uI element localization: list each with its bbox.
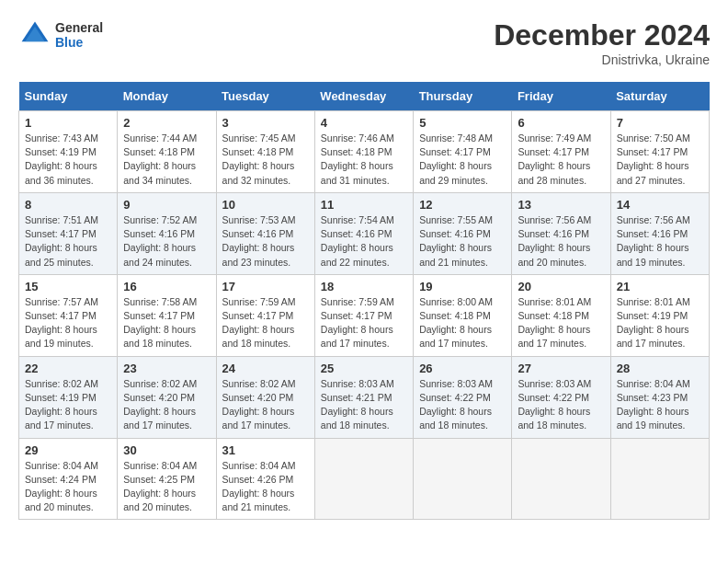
- daylight-label: Daylight: 8 hours and 29 minutes.: [419, 160, 492, 185]
- day-info: Sunrise: 8:04 AM Sunset: 4:25 PM Dayligh…: [123, 459, 210, 515]
- day-number: 25: [321, 362, 407, 375]
- calendar-cell: [314, 438, 413, 520]
- day-number: 24: [222, 362, 309, 375]
- day-number: 17: [222, 280, 309, 293]
- weekday-header-saturday: Saturday: [610, 82, 709, 111]
- day-info: Sunrise: 8:04 AM Sunset: 4:26 PM Dayligh…: [222, 459, 309, 515]
- day-info: Sunrise: 7:52 AM Sunset: 4:16 PM Dayligh…: [123, 213, 210, 270]
- sunset-label: Sunset: 4:17 PM: [25, 310, 97, 321]
- calendar-cell: 14 Sunrise: 7:56 AM Sunset: 4:16 PM Dayl…: [610, 192, 709, 274]
- calendar-cell: 13 Sunrise: 7:56 AM Sunset: 4:16 PM Dayl…: [512, 192, 610, 274]
- day-number: 14: [617, 198, 703, 212]
- sunset-label: Sunset: 4:17 PM: [419, 146, 491, 157]
- daylight-label: Daylight: 8 hours and 17 minutes.: [222, 406, 295, 431]
- day-number: 9: [123, 198, 210, 212]
- day-info: Sunrise: 8:03 AM Sunset: 4:22 PM Dayligh…: [518, 377, 604, 433]
- daylight-label: Daylight: 8 hours and 34 minutes.: [123, 160, 196, 185]
- day-number: 18: [321, 280, 407, 293]
- weekday-header-wednesday: Wednesday: [314, 82, 413, 111]
- calendar-cell: 11 Sunrise: 7:54 AM Sunset: 4:16 PM Dayl…: [314, 192, 413, 274]
- calendar-cell: 12 Sunrise: 7:55 AM Sunset: 4:16 PM Dayl…: [414, 192, 512, 274]
- sunset-label: Sunset: 4:16 PM: [419, 228, 491, 239]
- page-header: General Blue December 2024 Dnistrivka, U…: [18, 18, 710, 67]
- sunrise-label: Sunrise: 8:04 AM: [25, 460, 98, 471]
- sunset-label: Sunset: 4:17 PM: [123, 310, 195, 321]
- sunrise-label: Sunrise: 8:01 AM: [518, 296, 591, 307]
- sunset-label: Sunset: 4:21 PM: [321, 392, 392, 403]
- daylight-label: Daylight: 8 hours and 25 minutes.: [25, 242, 97, 267]
- calendar-cell: 27 Sunrise: 8:03 AM Sunset: 4:22 PM Dayl…: [512, 356, 610, 438]
- sunset-label: Sunset: 4:25 PM: [123, 474, 195, 485]
- calendar-cell: 31 Sunrise: 8:04 AM Sunset: 4:26 PM Dayl…: [216, 438, 314, 520]
- daylight-label: Daylight: 8 hours and 22 minutes.: [321, 242, 393, 267]
- daylight-label: Daylight: 8 hours and 31 minutes.: [321, 160, 393, 185]
- sunrise-label: Sunrise: 7:58 AM: [123, 296, 197, 307]
- sunset-label: Sunset: 4:17 PM: [518, 146, 589, 157]
- calendar-cell: 17 Sunrise: 7:59 AM Sunset: 4:17 PM Dayl…: [216, 274, 314, 356]
- title-block: December 2024 Dnistrivka, Ukraine: [494, 18, 710, 67]
- sunset-label: Sunset: 4:20 PM: [123, 392, 195, 403]
- logo: General Blue: [18, 18, 103, 52]
- calendar-cell: 8 Sunrise: 7:51 AM Sunset: 4:17 PM Dayli…: [19, 192, 118, 274]
- logo-text: General Blue: [55, 20, 103, 50]
- day-info: Sunrise: 7:56 AM Sunset: 4:16 PM Dayligh…: [518, 213, 604, 270]
- day-number: 8: [25, 198, 111, 212]
- day-number: 4: [321, 116, 407, 130]
- daylight-label: Daylight: 8 hours and 21 minutes.: [222, 488, 295, 512]
- day-info: Sunrise: 7:53 AM Sunset: 4:16 PM Dayligh…: [222, 213, 309, 270]
- sunrise-label: Sunrise: 7:44 AM: [123, 132, 197, 144]
- day-info: Sunrise: 7:57 AM Sunset: 4:17 PM Dayligh…: [25, 295, 111, 351]
- daylight-label: Daylight: 8 hours and 17 minutes.: [25, 406, 97, 431]
- calendar-cell: 9 Sunrise: 7:52 AM Sunset: 4:16 PM Dayli…: [118, 192, 216, 274]
- daylight-label: Daylight: 8 hours and 20 minutes.: [123, 488, 196, 512]
- day-info: Sunrise: 7:59 AM Sunset: 4:17 PM Dayligh…: [222, 295, 309, 351]
- calendar-week-1: 1 Sunrise: 7:43 AM Sunset: 4:19 PM Dayli…: [19, 111, 710, 193]
- day-number: 26: [419, 362, 506, 375]
- daylight-label: Daylight: 8 hours and 17 minutes.: [419, 324, 492, 349]
- calendar-cell: 1 Sunrise: 7:43 AM Sunset: 4:19 PM Dayli…: [19, 111, 118, 193]
- sunset-label: Sunset: 4:17 PM: [617, 146, 688, 157]
- calendar-cell: 3 Sunrise: 7:45 AM Sunset: 4:18 PM Dayli…: [216, 111, 314, 193]
- calendar-cell: 5 Sunrise: 7:48 AM Sunset: 4:17 PM Dayli…: [414, 111, 512, 193]
- sunrise-label: Sunrise: 7:56 AM: [617, 214, 690, 225]
- calendar-cell: 18 Sunrise: 7:59 AM Sunset: 4:17 PM Dayl…: [314, 274, 413, 356]
- sunrise-label: Sunrise: 8:02 AM: [222, 378, 296, 389]
- logo-general: General: [55, 20, 103, 35]
- day-info: Sunrise: 8:02 AM Sunset: 4:19 PM Dayligh…: [25, 377, 111, 433]
- sunrise-label: Sunrise: 7:57 AM: [25, 296, 98, 307]
- daylight-label: Daylight: 8 hours and 18 minutes.: [123, 324, 196, 349]
- sunrise-label: Sunrise: 7:50 AM: [617, 132, 690, 144]
- sunrise-label: Sunrise: 8:03 AM: [321, 378, 394, 389]
- sunset-label: Sunset: 4:18 PM: [518, 310, 589, 321]
- day-info: Sunrise: 7:51 AM Sunset: 4:17 PM Dayligh…: [25, 213, 111, 270]
- sunrise-label: Sunrise: 7:46 AM: [321, 132, 394, 144]
- sunset-label: Sunset: 4:18 PM: [123, 146, 195, 157]
- sunrise-label: Sunrise: 7:51 AM: [25, 214, 98, 225]
- calendar-week-2: 8 Sunrise: 7:51 AM Sunset: 4:17 PM Dayli…: [19, 192, 710, 274]
- sunset-label: Sunset: 4:19 PM: [25, 146, 97, 157]
- sunset-label: Sunset: 4:22 PM: [419, 392, 491, 403]
- day-info: Sunrise: 8:04 AM Sunset: 4:24 PM Dayligh…: [25, 459, 111, 515]
- day-number: 30: [123, 443, 210, 457]
- sunset-label: Sunset: 4:26 PM: [222, 474, 294, 485]
- daylight-label: Daylight: 8 hours and 27 minutes.: [617, 160, 689, 185]
- calendar-cell: 22 Sunrise: 8:02 AM Sunset: 4:19 PM Dayl…: [19, 356, 118, 438]
- weekday-header-thursday: Thursday: [414, 82, 512, 111]
- day-number: 12: [419, 198, 506, 212]
- daylight-label: Daylight: 8 hours and 17 minutes.: [518, 324, 590, 349]
- sunrise-label: Sunrise: 7:56 AM: [518, 214, 591, 225]
- day-number: 28: [617, 362, 703, 375]
- sunset-label: Sunset: 4:18 PM: [222, 146, 294, 157]
- day-number: 29: [25, 443, 111, 457]
- logo-blue: Blue: [55, 35, 103, 50]
- calendar-week-5: 29 Sunrise: 8:04 AM Sunset: 4:24 PM Dayl…: [19, 438, 710, 520]
- sunrise-label: Sunrise: 7:53 AM: [222, 214, 296, 225]
- day-number: 10: [222, 198, 309, 212]
- daylight-label: Daylight: 8 hours and 24 minutes.: [123, 242, 196, 267]
- sunset-label: Sunset: 4:16 PM: [123, 228, 195, 239]
- sunset-label: Sunset: 4:18 PM: [419, 310, 491, 321]
- sunrise-label: Sunrise: 7:59 AM: [222, 296, 296, 307]
- sunrise-label: Sunrise: 7:49 AM: [518, 132, 591, 144]
- calendar-cell: 10 Sunrise: 7:53 AM Sunset: 4:16 PM Dayl…: [216, 192, 314, 274]
- day-number: 2: [123, 116, 210, 130]
